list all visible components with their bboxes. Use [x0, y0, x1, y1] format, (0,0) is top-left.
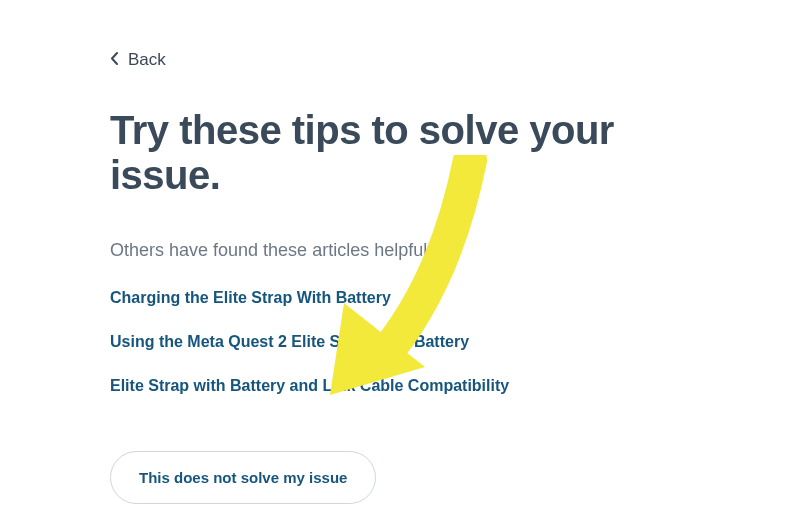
article-link[interactable]: Charging the Elite Strap With Battery [110, 289, 693, 307]
back-link[interactable]: Back [110, 50, 166, 70]
subtitle: Others have found these articles helpful… [110, 240, 693, 261]
page-title: Try these tips to solve your issue. [110, 108, 693, 198]
chevron-left-icon [110, 50, 118, 70]
article-list: Charging the Elite Strap With Battery Us… [110, 289, 693, 395]
article-link[interactable]: Using the Meta Quest 2 Elite Strap With … [110, 333, 693, 351]
back-label: Back [128, 50, 166, 70]
not-solve-button[interactable]: This does not solve my issue [110, 451, 376, 504]
article-link[interactable]: Elite Strap with Battery and Link Cable … [110, 377, 693, 395]
